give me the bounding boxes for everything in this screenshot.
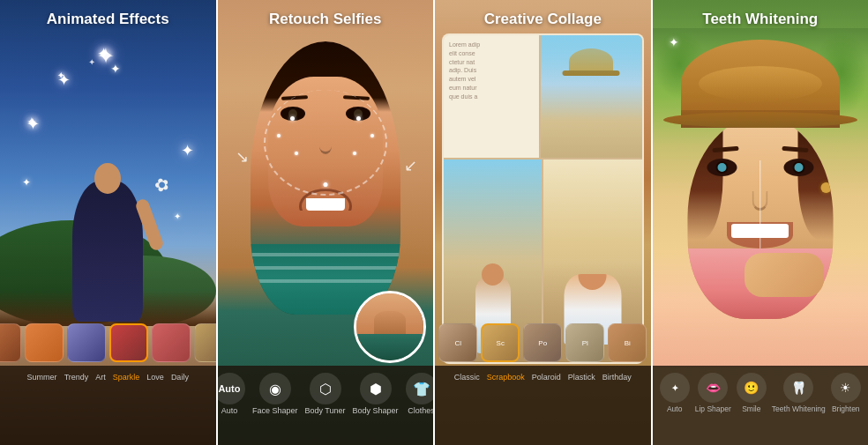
label-summer: Summer (27, 373, 57, 382)
label-classic: Classic (454, 373, 480, 382)
toolbar-item-lip-shaper[interactable]: 👄 Lip Shaper (695, 373, 731, 413)
thumbnail-strip (0, 320, 216, 366)
label-t-auto: Auto (667, 404, 683, 413)
thumb-sparkle[interactable] (109, 323, 148, 362)
collage-area: Lorem adipelit consectetur natadip. Duis… (442, 33, 644, 364)
toolbar-item-sparkle[interactable]: Sparkle (113, 373, 140, 382)
toolbar-item-scrapbook[interactable]: Scrapbook (487, 373, 525, 382)
woman-face-container (668, 33, 853, 367)
panel-retouch-selfies: Retouch Selfies (216, 0, 434, 445)
thumb-daily[interactable] (194, 323, 215, 362)
label-lip-shaper: Lip Shaper (695, 404, 731, 413)
brighten-icon: ☀ (831, 373, 861, 403)
toolbar-item-body-tuner[interactable]: ⬡ Body Tuner (304, 373, 345, 415)
lip-shaper-icon: 👄 (698, 373, 728, 403)
toolbar-item-brighten[interactable]: ☀ Brighten (831, 373, 861, 413)
thumb-trendy[interactable] (25, 323, 64, 362)
toolbar-item-trendy[interactable]: Trendy (64, 373, 89, 382)
t-auto-icon: ✦ (660, 373, 690, 403)
panel-2-title: Retouch Selfies (218, 11, 434, 28)
label-face-shaper: Face Shaper (252, 406, 298, 415)
toolbar-item-teeth-whitening[interactable]: 🦷 Teeth Whitening (772, 373, 826, 413)
face-portrait-area: ↘ ↙ (218, 28, 434, 367)
label-auto: Auto (221, 406, 238, 415)
panel-2-toolbar: Auto Auto ◉ Face Shaper ⬡ Body Tuner ⬢ B… (218, 366, 434, 445)
panel-4-toolbar: ✦ Auto 👄 Lip Shaper 🙂 Smile 🦷 Teeth Whit… (653, 366, 869, 445)
sparkle-icon-4: ✦ (181, 141, 194, 160)
cs-polaroid[interactable]: Po (523, 323, 562, 362)
panel-4-toolbar-icons: ✦ Auto 👄 Lip Shaper 🙂 Smile 🦷 Teeth Whit… (660, 373, 861, 413)
smile-icon: 🙂 (737, 373, 767, 403)
label-teeth-whitening: Teeth Whitening (772, 404, 826, 413)
label-daily: Daily (171, 373, 189, 382)
label-birthday: Birthday (602, 373, 632, 382)
cs-birthday[interactable]: Bi (608, 323, 647, 362)
toolbar-item-body-shaper[interactable]: ⬢ Body Shaper (353, 373, 399, 415)
panel-1-toolbar-icons: Summer Trendy Art Sparkle Love Daily (27, 373, 189, 382)
toolbar-item-clothes[interactable]: 👕 Clothes (406, 373, 433, 415)
toolbar-item-birthday[interactable]: Birthday (602, 373, 632, 382)
thumb-love[interactable] (152, 323, 191, 362)
toolbar-item-daily[interactable]: Daily (171, 373, 189, 382)
label-clothes: Clothes (408, 406, 433, 415)
person-body: ✿ (72, 181, 143, 322)
toolbar-item-art[interactable]: Art (95, 373, 106, 382)
toolbar-item-love[interactable]: Love (146, 373, 164, 382)
body-tuner-icon: ⬡ (310, 373, 341, 404)
label-art: Art (95, 373, 106, 382)
thumb-art[interactable] (67, 323, 106, 362)
hair-left (687, 116, 722, 240)
face-shaper-icon: ◉ (259, 373, 291, 404)
toolbar-item-t-auto[interactable]: ✦ Auto (660, 373, 690, 413)
cs-scrapbook-label: Sc (497, 339, 505, 347)
arrow-left: ↘ (236, 147, 249, 167)
cs-birthday-label: Bi (625, 339, 631, 347)
panel-3-toolbar: Classic Scrapbook Polaroid Plastick Birt… (435, 366, 651, 445)
panel-teeth-whitening: Teeth Whitening ✦ (651, 0, 869, 445)
label-smile: Smile (742, 404, 760, 413)
label-brighten: Brighten (832, 404, 860, 413)
cs-scrapbook[interactable]: Sc (481, 323, 520, 362)
panel-3-title: Creative Collage (435, 11, 651, 28)
panel-2-toolbar-icons: Auto Auto ◉ Face Shaper ⬡ Body Tuner ⬢ B… (216, 373, 434, 415)
person-head-2 (482, 263, 504, 286)
hat-highlight (699, 66, 822, 101)
hand (745, 253, 824, 297)
collage-text-panel: Lorem adipelit consectetur natadip. Duis… (444, 35, 541, 158)
cs-plastick[interactable]: Pl (565, 323, 604, 362)
hair-right (797, 116, 833, 240)
toolbar-item-polaroid[interactable]: Polaroid (532, 373, 561, 382)
thumb-summer[interactable] (0, 323, 21, 362)
toolbar-item-classic[interactable]: Classic (454, 373, 480, 382)
star-accent-icon: ✦ (669, 35, 679, 49)
scene-person: ✿ (72, 181, 143, 322)
collage-row-1: Lorem adipelit consectetur natadip. Duis… (444, 35, 642, 159)
eye-w4-left (707, 159, 737, 176)
label-polaroid: Polaroid (532, 373, 561, 382)
panel-1-toolbar: Summer Trendy Art Sparkle Love Daily (0, 366, 216, 445)
cs-classic-label: Cl (454, 339, 461, 347)
label-trendy: Trendy (64, 373, 89, 382)
toolbar-item-smile[interactable]: 🙂 Smile (737, 373, 767, 413)
panel-1-title: Animated Effects (0, 11, 216, 28)
label-body-shaper: Body Shaper (353, 406, 399, 415)
woman-4-area (653, 28, 869, 367)
toolbar-item-plastick[interactable]: Plastick (568, 373, 595, 382)
face-thumbnail (354, 291, 426, 363)
cs-plastick-label: Pl (582, 339, 588, 347)
toolbar-item-summer[interactable]: Summer (27, 373, 57, 382)
label-sparkle: Sparkle (113, 373, 140, 382)
cs-classic[interactable]: Cl (438, 323, 477, 362)
panel-3-toolbar-icons: Classic Scrapbook Polaroid Plastick Birt… (454, 373, 632, 382)
toolbar-item-face-shaper[interactable]: ◉ Face Shaper (252, 373, 298, 415)
panel-4-title: Teeth Whitening (653, 11, 869, 28)
auto-icon: Auto (216, 373, 245, 404)
sparkle-icon-5: ✦ (22, 176, 31, 189)
earring (820, 182, 831, 193)
whitening-line-icon (760, 160, 761, 248)
hat-brim-full (663, 112, 857, 128)
body-shaper-icon: ⬢ (360, 373, 392, 404)
person-head (94, 163, 121, 194)
collage-beach-top (541, 35, 642, 158)
toolbar-item-auto[interactable]: Auto Auto (216, 373, 245, 415)
